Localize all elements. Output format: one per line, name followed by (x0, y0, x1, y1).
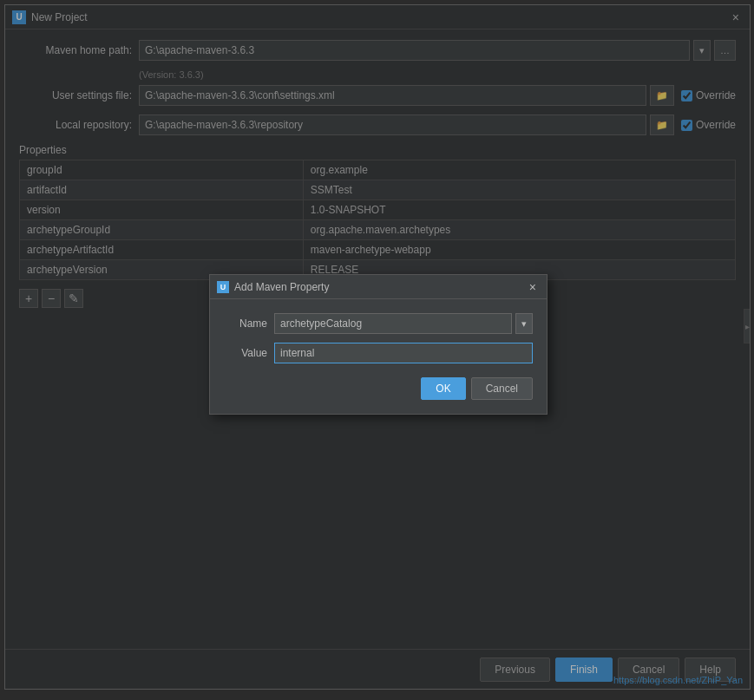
watermark: https://blog.csdn.net/ZhiP_Yan (613, 675, 743, 685)
property-name-cell: version (20, 200, 304, 220)
previous-button[interactable]: Previous (480, 657, 550, 682)
user-settings-override-label: Override (696, 89, 736, 101)
maven-home-browse-button[interactable]: … (714, 40, 736, 61)
modal-content: Name ▾ Value OK Cancel (210, 299, 547, 414)
property-value-cell: 1.0-SNAPSHOT (303, 200, 735, 220)
table-row[interactable]: version1.0-SNAPSHOT (20, 200, 736, 220)
modal-name-row: Name ▾ (224, 313, 533, 334)
local-repo-override-label: Override (696, 119, 736, 131)
modal-name-label: Name (224, 317, 267, 330)
main-window: U New Project × Maven home path: ▾ … (Ve… (4, 4, 751, 690)
local-repo-override-checkbox[interactable] (681, 120, 692, 131)
modal-cancel-button[interactable]: Cancel (471, 377, 533, 400)
property-name-cell: archetypeArtifactId (20, 240, 304, 260)
modal-value-input-wrap (274, 343, 533, 363)
local-repo-override-wrap: Override (681, 119, 736, 131)
modal-title-text: Add Maven Property (234, 281, 329, 293)
property-value-cell: maven-archetype-webapp (303, 240, 735, 260)
maven-home-input[interactable] (139, 40, 690, 61)
finish-button[interactable]: Finish (555, 657, 613, 682)
user-settings-input-wrap: 📁 (139, 85, 674, 106)
local-repo-label: Local repository: (19, 119, 132, 131)
user-settings-row: User settings file: 📁 Override (19, 85, 736, 106)
modal-buttons: OK Cancel (224, 372, 533, 400)
table-row[interactable]: archetypeArtifactIdmaven-archetype-webap… (20, 240, 736, 260)
maven-home-input-wrap: ▾ … (139, 40, 736, 61)
property-name-cell: groupId (20, 160, 304, 180)
maven-home-label: Maven home path: (19, 44, 132, 56)
side-resize-handle[interactable]: ▸ (744, 309, 751, 343)
user-settings-browse-button[interactable]: 📁 (650, 85, 674, 106)
table-row[interactable]: archetypeGroupIdorg.apache.maven.archety… (20, 220, 736, 240)
property-name-cell: archetypeGroupId (20, 220, 304, 240)
user-settings-input[interactable] (139, 85, 646, 106)
local-repo-row: Local repository: 📁 Override (19, 114, 736, 135)
maven-version-text: (Version: 3.6.3) (139, 69, 736, 80)
modal-close-button[interactable]: × (526, 281, 540, 293)
table-row[interactable]: artifactIdSSMTest (20, 180, 736, 200)
props-add-button[interactable]: + (19, 289, 38, 308)
modal-title-left: U Add Maven Property (217, 281, 329, 293)
props-edit-button[interactable]: ✎ (64, 289, 83, 308)
local-repo-input[interactable] (139, 114, 646, 135)
modal-name-input[interactable] (274, 313, 512, 334)
property-name-cell: artifactId (20, 180, 304, 200)
maven-home-dropdown-button[interactable]: ▾ (693, 40, 711, 61)
user-settings-override-checkbox[interactable] (681, 90, 692, 101)
properties-table: groupIdorg.exampleartifactIdSSMTestversi… (19, 160, 736, 280)
properties-title: Properties (19, 144, 736, 156)
modal-ok-button[interactable]: OK (421, 377, 465, 400)
modal-value-row: Value (224, 343, 533, 363)
add-maven-property-dialog: U Add Maven Property × Name ▾ (209, 274, 547, 415)
props-remove-button[interactable]: − (42, 289, 61, 308)
user-settings-override-wrap: Override (681, 89, 736, 101)
title-bar-left: U New Project (12, 10, 88, 24)
maven-home-row: Maven home path: ▾ … (19, 40, 736, 61)
modal-value-label: Value (224, 347, 267, 359)
user-settings-label: User settings file: (19, 89, 132, 101)
local-repo-input-wrap: 📁 (139, 114, 674, 135)
modal-title-bar: U Add Maven Property × (210, 275, 547, 299)
modal-icon: U (217, 281, 229, 293)
property-value-cell: org.apache.maven.archetypes (303, 220, 735, 240)
property-value-cell: org.example (303, 160, 735, 180)
window-title: New Project (31, 11, 88, 23)
modal-value-input[interactable] (274, 343, 533, 363)
intellij-icon: U (12, 10, 26, 24)
local-repo-browse-button[interactable]: 📁 (650, 114, 674, 135)
property-value-cell: SSMTest (303, 180, 735, 200)
title-bar: U New Project × (5, 5, 750, 29)
table-row[interactable]: groupIdorg.example (20, 160, 736, 180)
modal-name-dropdown-button[interactable]: ▾ (515, 313, 533, 334)
modal-name-input-wrap: ▾ (274, 313, 533, 334)
window-close-button[interactable]: × (729, 11, 743, 23)
